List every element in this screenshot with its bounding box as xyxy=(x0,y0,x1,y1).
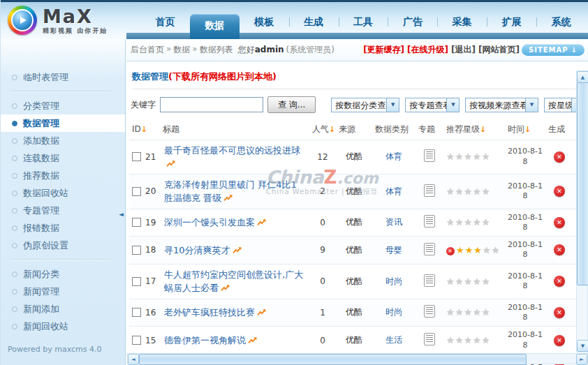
column-header[interactable]: 生成 xyxy=(545,124,573,135)
row-checkbox[interactable] xyxy=(132,152,141,161)
star-icon[interactable]: ★ xyxy=(482,335,491,345)
header-action-link[interactable]: [在线升级] xyxy=(407,44,448,56)
vertical-scroll-thumb[interactable] xyxy=(577,82,588,285)
star-icon[interactable]: ★ xyxy=(446,335,455,345)
filter-dropdown[interactable]: 按专题查看 xyxy=(405,98,460,112)
delete-icon[interactable] xyxy=(554,307,565,318)
horizontal-scroll-thumb[interactable] xyxy=(139,354,527,365)
star-icon[interactable]: ★ xyxy=(455,217,464,228)
sidebar-item[interactable]: 推荐数据 xyxy=(1,167,125,184)
star-icon[interactable]: ★ xyxy=(446,276,455,287)
star-icon[interactable]: ★ xyxy=(492,245,501,255)
header-action-link[interactable]: [网站首页] xyxy=(478,44,520,56)
row-category-link[interactable]: 资讯 xyxy=(385,217,402,227)
nav-tab[interactable]: 数据 xyxy=(190,14,240,39)
star-icon[interactable]: ★ xyxy=(473,245,483,255)
star-icon[interactable]: ★ xyxy=(464,186,473,197)
keyword-input[interactable] xyxy=(160,97,263,112)
star-icon[interactable]: ★ xyxy=(482,307,491,318)
star-icon[interactable]: ★ xyxy=(455,186,464,197)
star-icon[interactable]: ★ xyxy=(482,276,491,287)
nav-tab[interactable]: 模板 xyxy=(240,13,289,33)
row-title-link[interactable]: 牛人超节约室内空间创意设计,广大蜗居人士必看 xyxy=(164,269,303,294)
column-header[interactable]: 专题 xyxy=(416,124,443,135)
topic-doc-icon[interactable] xyxy=(424,149,435,162)
star-icon[interactable]: ★ xyxy=(464,151,473,162)
star-icon[interactable]: ★ xyxy=(455,307,464,318)
sidebar-item[interactable]: 新闻分类 xyxy=(1,265,125,283)
sort-arrow-icon[interactable] xyxy=(329,125,335,134)
row-title-link[interactable]: 最千奇百怪最不可思议的远投进球 xyxy=(164,145,300,156)
row-title-link[interactable]: 深圳一个馒头引发血案 xyxy=(164,217,255,228)
nav-tab[interactable]: 工具 xyxy=(339,13,388,33)
delete-icon[interactable] xyxy=(554,244,565,255)
star-icon[interactable]: ★ xyxy=(482,186,491,197)
star-icon[interactable]: ★ xyxy=(464,217,473,228)
topic-doc-icon[interactable] xyxy=(424,243,435,255)
star-icon[interactable]: ★ xyxy=(446,151,455,162)
nav-tab[interactable]: 生成 xyxy=(289,13,339,33)
nav-tab[interactable]: 系统 xyxy=(536,13,586,33)
nav-tab[interactable]: 首页 xyxy=(140,13,190,33)
row-checkbox[interactable] xyxy=(132,187,141,196)
topic-doc-icon[interactable] xyxy=(424,274,435,287)
star-icon[interactable]: ★ xyxy=(446,307,455,318)
star-icon[interactable]: ★ xyxy=(446,217,455,228)
star-icon[interactable]: ★ xyxy=(473,151,482,162)
row-checkbox[interactable] xyxy=(132,218,141,227)
sidebar-item[interactable]: 数据回收站 xyxy=(1,184,125,202)
delete-icon[interactable] xyxy=(554,276,565,287)
sidebar-item[interactable]: 伪原创设置 xyxy=(1,237,125,254)
header-action-link[interactable]: [退出] xyxy=(451,44,476,56)
row-category-link[interactable]: 时尚 xyxy=(385,276,402,286)
sidebar-collapse-icon[interactable]: ◄ xyxy=(119,211,124,218)
row-category-link[interactable]: 时尚 xyxy=(385,307,402,317)
breadcrumb-link[interactable]: 数据列表 xyxy=(200,44,233,56)
scroll-down-icon[interactable] xyxy=(577,340,588,352)
clear-rating-icon[interactable]: ✕ xyxy=(446,247,455,255)
breadcrumb-link[interactable]: 后台首页 xyxy=(131,44,164,56)
row-title-link[interactable]: 寻10分清爽英才 xyxy=(164,245,230,255)
sitemap-button[interactable]: SITEMAP xyxy=(522,44,585,56)
search-button[interactable]: 查 询... xyxy=(267,96,316,113)
delete-icon[interactable] xyxy=(554,335,565,346)
star-icon[interactable]: ★ xyxy=(455,276,464,287)
row-category-link[interactable]: 生活 xyxy=(385,335,402,345)
column-header[interactable]: 标题 xyxy=(160,124,309,135)
scroll-left-icon[interactable] xyxy=(128,354,139,365)
star-icon[interactable]: ★ xyxy=(473,217,482,228)
nav-tab[interactable]: 扩展 xyxy=(487,13,536,33)
star-icon[interactable]: ★ xyxy=(473,186,482,197)
delete-icon[interactable] xyxy=(554,151,565,163)
delete-icon[interactable] xyxy=(554,186,565,197)
topic-doc-icon[interactable] xyxy=(424,305,435,318)
sidebar-item[interactable]: 连载数据 xyxy=(1,149,125,167)
filter-dropdown[interactable]: 按数据分类查看 xyxy=(331,98,399,112)
row-category-link[interactable]: 体育 xyxy=(385,186,402,196)
star-icon[interactable]: ★ xyxy=(446,186,455,197)
sort-arrow-icon[interactable] xyxy=(480,125,486,134)
nav-tab[interactable]: 广告 xyxy=(388,13,437,33)
star-icon[interactable]: ★ xyxy=(464,335,473,345)
sidebar-item[interactable]: 新闻添加 xyxy=(1,300,125,318)
topic-doc-icon[interactable] xyxy=(424,333,435,345)
star-icon[interactable]: ★ xyxy=(465,245,474,255)
row-title-link[interactable]: 德鲁伊第一视角解说 xyxy=(164,335,246,345)
sidebar-item[interactable]: 临时表管理 xyxy=(1,68,125,86)
sort-arrow-icon[interactable] xyxy=(524,125,531,134)
star-icon[interactable]: ★ xyxy=(455,335,464,345)
sidebar-item[interactable]: 数据管理 xyxy=(1,114,125,132)
column-header[interactable]: 人气 xyxy=(309,124,336,135)
row-category-link[interactable]: 母婴 xyxy=(385,245,402,255)
sort-arrow-icon[interactable] xyxy=(141,125,147,134)
scroll-right-icon[interactable] xyxy=(576,354,587,365)
row-checkbox[interactable] xyxy=(132,277,141,286)
horizontal-scrollbar[interactable] xyxy=(127,353,588,364)
sidebar-item[interactable]: 专题管理 xyxy=(1,202,125,219)
sidebar-item[interactable]: 分类管理 xyxy=(1,97,125,114)
column-header[interactable]: 时间 xyxy=(505,124,545,135)
column-header[interactable]: 推荐星级 xyxy=(443,124,505,135)
column-header[interactable]: 数据类别 xyxy=(372,124,416,135)
star-icon[interactable]: ★ xyxy=(483,245,492,255)
star-icon[interactable]: ★ xyxy=(473,276,482,287)
